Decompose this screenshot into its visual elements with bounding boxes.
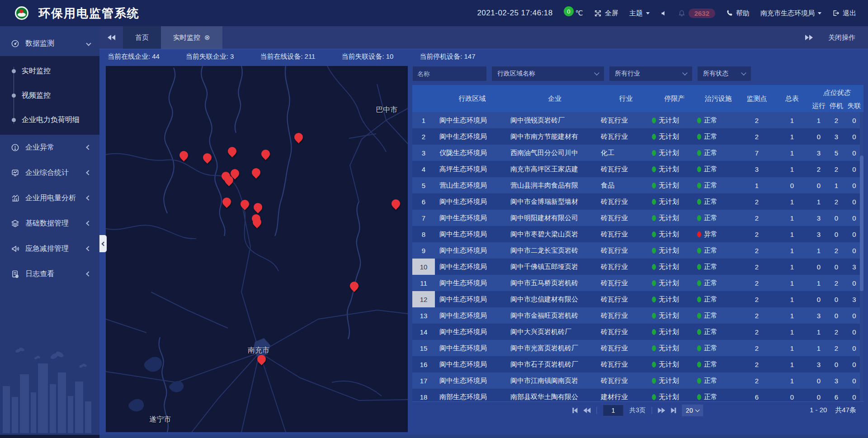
sidebar: 数据监测 实时监控 视频监控 企业电力负荷明细 企业异常 企业综合统计 企业用电… (0, 26, 99, 435)
notifications[interactable]: 2632 (678, 9, 715, 18)
production-status: 无计划 (652, 226, 697, 242)
page-number-input[interactable] (603, 405, 623, 416)
production-status: 无计划 (652, 389, 697, 401)
tab-bar: 首页 实时监控 ⊗ 关闭操作 (99, 26, 868, 49)
scrollbar-thumb[interactable] (860, 155, 863, 291)
fullscreen-button[interactable]: 全屏 (594, 9, 618, 18)
facility-status: 正常 (697, 340, 740, 356)
industry-select[interactable]: 所有行业 (609, 66, 693, 81)
facility-status: 正常 (697, 112, 740, 128)
theme-dropdown[interactable]: 主题 (629, 9, 650, 18)
sidebar-item-base-data-management[interactable]: 基础数据管理 (0, 211, 99, 236)
stats-bar: 当前在线企业:44 当前失联企业:3 当前在线设备:211 当前失联设备:10 … (99, 49, 868, 64)
table-row[interactable]: 15 阆中生态环境局 阆中市光富页岩机砖厂 砖瓦行业 无计划 正常 2 1 1 … (412, 340, 863, 356)
region-select[interactable]: 行政区域名称 (491, 66, 604, 81)
user-dropdown[interactable]: 南充市生态环境局 (760, 9, 821, 18)
table-row[interactable]: 2 阆中生态环境局 阆中市南方节能建材有 砖瓦行业 无计划 正常 2 1 0 3… (412, 128, 863, 145)
prev-page-button[interactable] (583, 408, 590, 413)
sidebar-item-realtime-monitoring[interactable]: 实时监控 (0, 59, 99, 83)
production-status: 无计划 (652, 324, 697, 340)
log-icon (11, 270, 19, 278)
help-button[interactable]: 帮助 (726, 9, 750, 18)
table-row[interactable]: 1 阆中生态环境局 阆中强锐页岩砖厂 砖瓦行业 无计划 正常 2 1 1 2 0 (412, 112, 863, 128)
table-scrollbar[interactable] (860, 112, 863, 401)
facility-status: 正常 (697, 193, 740, 210)
table-row[interactable]: 4 高坪生态环境局 南充市高坪区王家店建 砖瓦行业 无计划 正常 3 1 2 2… (412, 161, 863, 177)
name-search-input[interactable] (412, 66, 487, 81)
production-status: 无计划 (652, 307, 697, 324)
col-stop: 停机 (827, 102, 845, 110)
sidebar-item-enterprise-statistics[interactable]: 企业综合统计 (0, 160, 99, 185)
col-industry: 行业 (600, 85, 652, 112)
speaker-icon (660, 10, 667, 17)
production-status: 无计划 (652, 356, 697, 372)
table-row[interactable]: 10 阆中生态环境局 阆中千佛镇五郎垭页岩 砖瓦行业 无计划 正常 2 1 0 … (412, 259, 863, 275)
status-dot-icon (652, 166, 656, 172)
table-row[interactable]: 9 阆中生态环境局 阆中市二龙长宝页岩砖 砖瓦行业 无计划 正常 2 1 1 2… (412, 242, 863, 259)
first-page-button[interactable] (572, 408, 577, 413)
tab-close-icon[interactable]: ⊗ (204, 33, 210, 42)
tab-realtime-monitoring[interactable]: 实时监控 ⊗ (161, 26, 222, 49)
status-dot-icon (652, 378, 656, 384)
table-row[interactable]: 13 阆中生态环境局 阆中市金福旺页岩机砖 砖瓦行业 无计划 正常 2 1 3 … (412, 307, 863, 324)
col-index (412, 85, 435, 112)
tab-home[interactable]: 首页 (123, 26, 161, 49)
status-dot-icon (697, 248, 701, 254)
table-row[interactable]: 6 阆中生态环境局 阆中市金博瑞新型墙材 砖瓦行业 无计划 正常 2 1 1 2… (412, 193, 863, 210)
table-row[interactable]: 17 阆中生态环境局 阆中市江南镇阆南页岩 砖瓦行业 无计划 正常 2 1 0 … (412, 372, 863, 389)
sidebar-collapse-handle[interactable] (99, 235, 107, 252)
page-size-select[interactable]: 20 (682, 405, 703, 416)
col-region: 行政区域 (435, 85, 509, 112)
table-row[interactable]: 8 阆中生态环境局 阆中市枣碧大梁山页岩 砖瓦行业 无计划 异常 2 1 3 0… (412, 226, 863, 242)
chevron-down-icon (646, 12, 650, 14)
table-row[interactable]: 11 阆中生态环境局 阆中市五马桥页岩机砖 砖瓦行业 无计划 正常 2 1 1 … (412, 275, 863, 291)
chevron-left-icon (86, 145, 91, 150)
col-lost: 失联 (845, 102, 863, 110)
table-row[interactable]: 14 阆中生态环境局 阆中大兴页岩机砖厂 砖瓦行业 无计划 正常 2 1 1 2… (412, 324, 863, 340)
table-row[interactable]: 7 阆中生态环境局 阆中明阳建材有限公司 砖瓦行业 无计划 正常 2 1 3 0… (412, 210, 863, 226)
gauge-icon (11, 39, 19, 48)
double-chevron-left-icon (108, 35, 115, 40)
table-row[interactable]: 16 阆中生态环境局 阆中市石子页岩机砖厂 砖瓦行业 无计划 正常 2 1 3 … (412, 356, 863, 372)
col-run: 运行 (810, 102, 827, 110)
production-status: 无计划 (652, 112, 697, 128)
status-dot-icon (652, 362, 656, 367)
facility-status: 正常 (697, 177, 740, 193)
table-row[interactable]: 5 营山生态环境局 营山县润丰肉食品有限 食品 无计划 正常 1 0 0 1 0 (412, 177, 863, 193)
facility-status: 正常 (697, 275, 740, 291)
mute-button[interactable] (660, 10, 667, 17)
last-page-button[interactable] (671, 408, 676, 413)
status-dot-icon (697, 297, 701, 302)
tabs-scroll-right-button[interactable] (805, 35, 813, 40)
sidebar-item-enterprise-anomaly[interactable]: 企业异常 (0, 135, 99, 160)
facility-status: 正常 (697, 372, 740, 389)
app-title: 环保用电监管系统 (38, 5, 140, 21)
logout-button[interactable]: 退出 (832, 9, 856, 18)
close-operations-button[interactable]: 关闭操作 (828, 33, 855, 42)
sidebar-item-power-usage-analysis[interactable]: 企业用电量分析 (0, 185, 99, 211)
next-page-button[interactable] (658, 408, 665, 413)
production-status: 无计划 (652, 242, 697, 259)
sidebar-item-emergency-reduction[interactable]: 应急减排管理 (0, 236, 99, 261)
sidebar-item-video-monitoring[interactable]: 视频监控 (0, 83, 99, 108)
sidebar-item-data-monitoring[interactable]: 数据监测 (0, 31, 99, 56)
status-dot-icon (697, 215, 701, 221)
sidebar-item-power-load-detail[interactable]: 企业电力负荷明细 (0, 108, 99, 132)
sidebar-item-log-viewer[interactable]: 日志查看 (0, 261, 99, 287)
status-dot-icon (652, 118, 656, 123)
chevron-left-icon (86, 271, 91, 276)
filter-bar: 行政区域名称 所有行业 所有状态 (412, 66, 863, 81)
status-select[interactable]: 所有状态 (697, 66, 751, 81)
status-dot-icon (652, 150, 656, 156)
table-row[interactable]: 18 南部生态环境局 南部县双华土陶有限公 建材行业 无计划 正常 6 0 0 … (412, 389, 863, 401)
production-status: 无计划 (652, 161, 697, 177)
table-row[interactable]: 12 阆中生态环境局 阆中市忠信建材有限公 砖瓦行业 无计划 正常 2 1 0 … (412, 291, 863, 307)
layers-icon (11, 219, 19, 228)
map-roads-layer (106, 66, 408, 432)
col-facility: 治污设施 (697, 85, 740, 112)
tabs-scroll-left-button[interactable] (99, 26, 123, 49)
table-row[interactable]: 3 仪陇生态环境局 西南油气田分公司川中 化工 无计划 正常 7 1 3 5 0 (412, 145, 863, 161)
col-meter: 总表 (774, 85, 810, 112)
map[interactable]: 巴中市 南充市 遂宁市 (106, 66, 408, 432)
status-dot-icon (697, 150, 701, 156)
